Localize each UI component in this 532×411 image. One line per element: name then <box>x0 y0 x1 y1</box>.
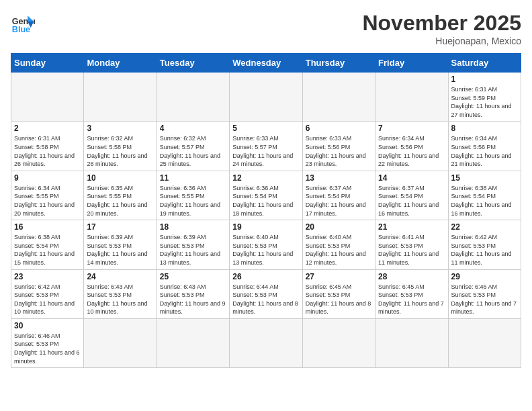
day-15: 15 Sunrise: 6:38 AM Sunset: 5:54 PM Dayl… <box>448 171 521 220</box>
location: Huejonapan, Mexico <box>362 36 521 46</box>
empty-cell <box>375 318 448 367</box>
empty-cell <box>157 318 229 367</box>
col-wednesday: Wednesday <box>230 54 302 73</box>
day-4: 4 Sunrise: 6:32 AM Sunset: 5:57 PM Dayli… <box>157 122 229 171</box>
day-5: 5 Sunrise: 6:33 AM Sunset: 5:57 PM Dayli… <box>230 122 302 171</box>
empty-cell <box>302 318 375 367</box>
day-10: 10 Sunrise: 6:35 AM Sunset: 5:55 PM Dayl… <box>84 171 157 220</box>
empty-cell <box>157 73 229 122</box>
day-9: 9 Sunrise: 6:34 AM Sunset: 5:55 PM Dayli… <box>11 171 84 220</box>
day-20: 20 Sunrise: 6:40 AM Sunset: 5:53 PM Dayl… <box>302 220 375 269</box>
col-friday: Friday <box>375 54 448 73</box>
empty-cell <box>302 73 375 122</box>
empty-cell <box>448 318 521 367</box>
title-block: November 2025 Huejonapan, Mexico <box>362 11 521 46</box>
day-2: 2 Sunrise: 6:31 AM Sunset: 5:58 PM Dayli… <box>11 122 84 171</box>
col-tuesday: Tuesday <box>157 54 229 73</box>
day-29: 29 Sunrise: 6:46 AM Sunset: 5:53 PM Dayl… <box>448 269 521 318</box>
day-13: 13 Sunrise: 6:37 AM Sunset: 5:54 PM Dayl… <box>302 171 375 220</box>
day-27: 27 Sunrise: 6:45 AM Sunset: 5:53 PM Dayl… <box>302 269 375 318</box>
col-thursday: Thursday <box>302 54 375 73</box>
empty-cell <box>230 73 302 122</box>
day-25: 25 Sunrise: 6:43 AM Sunset: 5:53 PM Dayl… <box>157 269 229 318</box>
day-24: 24 Sunrise: 6:43 AM Sunset: 5:53 PM Dayl… <box>84 269 157 318</box>
svg-text:Blue: Blue <box>12 25 30 34</box>
calendar-row-2: 2 Sunrise: 6:31 AM Sunset: 5:58 PM Dayli… <box>11 122 521 171</box>
day-12: 12 Sunrise: 6:36 AM Sunset: 5:54 PM Dayl… <box>230 171 302 220</box>
day-21: 21 Sunrise: 6:41 AM Sunset: 5:53 PM Dayl… <box>375 220 448 269</box>
empty-cell <box>84 318 157 367</box>
day-23: 23 Sunrise: 6:42 AM Sunset: 5:53 PM Dayl… <box>11 269 84 318</box>
calendar-row-1: 1 Sunrise: 6:31 AM Sunset: 5:59 PM Dayli… <box>11 73 521 122</box>
page-header: General Blue November 2025 Huejonapan, M… <box>11 11 521 46</box>
col-sunday: Sunday <box>11 54 84 73</box>
day-28: 28 Sunrise: 6:45 AM Sunset: 5:53 PM Dayl… <box>375 269 448 318</box>
day-22: 22 Sunrise: 6:42 AM Sunset: 5:53 PM Dayl… <box>448 220 521 269</box>
day-26: 26 Sunrise: 6:44 AM Sunset: 5:53 PM Dayl… <box>230 269 302 318</box>
day-16: 16 Sunrise: 6:38 AM Sunset: 5:54 PM Dayl… <box>11 220 84 269</box>
calendar-row-3: 9 Sunrise: 6:34 AM Sunset: 5:55 PM Dayli… <box>11 171 521 220</box>
calendar-table: Sunday Monday Tuesday Wednesday Thursday… <box>11 53 521 368</box>
empty-cell <box>375 73 448 122</box>
calendar-row-4: 16 Sunrise: 6:38 AM Sunset: 5:54 PM Dayl… <box>11 220 521 269</box>
col-monday: Monday <box>84 54 157 73</box>
month-title: November 2025 <box>362 11 521 36</box>
day-3: 3 Sunrise: 6:32 AM Sunset: 5:58 PM Dayli… <box>84 122 157 171</box>
day-17: 17 Sunrise: 6:39 AM Sunset: 5:53 PM Dayl… <box>84 220 157 269</box>
day-19: 19 Sunrise: 6:40 AM Sunset: 5:53 PM Dayl… <box>230 220 302 269</box>
calendar-row-6: 30 Sunrise: 6:46 AM Sunset: 5:53 PM Dayl… <box>11 318 521 367</box>
day-11: 11 Sunrise: 6:36 AM Sunset: 5:55 PM Dayl… <box>157 171 229 220</box>
day-8: 8 Sunrise: 6:34 AM Sunset: 5:56 PM Dayli… <box>448 122 521 171</box>
day-30: 30 Sunrise: 6:46 AM Sunset: 5:53 PM Dayl… <box>11 318 84 367</box>
day-18: 18 Sunrise: 6:39 AM Sunset: 5:53 PM Dayl… <box>157 220 229 269</box>
logo-icon: General Blue <box>11 11 35 35</box>
day-6: 6 Sunrise: 6:33 AM Sunset: 5:56 PM Dayli… <box>302 122 375 171</box>
day-7: 7 Sunrise: 6:34 AM Sunset: 5:56 PM Dayli… <box>375 122 448 171</box>
weekday-header-row: Sunday Monday Tuesday Wednesday Thursday… <box>11 54 521 73</box>
day-1: 1 Sunrise: 6:31 AM Sunset: 5:59 PM Dayli… <box>448 73 521 122</box>
col-saturday: Saturday <box>448 54 521 73</box>
empty-cell <box>230 318 302 367</box>
calendar-row-5: 23 Sunrise: 6:42 AM Sunset: 5:53 PM Dayl… <box>11 269 521 318</box>
empty-cell <box>11 73 84 122</box>
empty-cell <box>84 73 157 122</box>
logo: General Blue <box>11 11 35 35</box>
day-14: 14 Sunrise: 6:37 AM Sunset: 5:54 PM Dayl… <box>375 171 448 220</box>
